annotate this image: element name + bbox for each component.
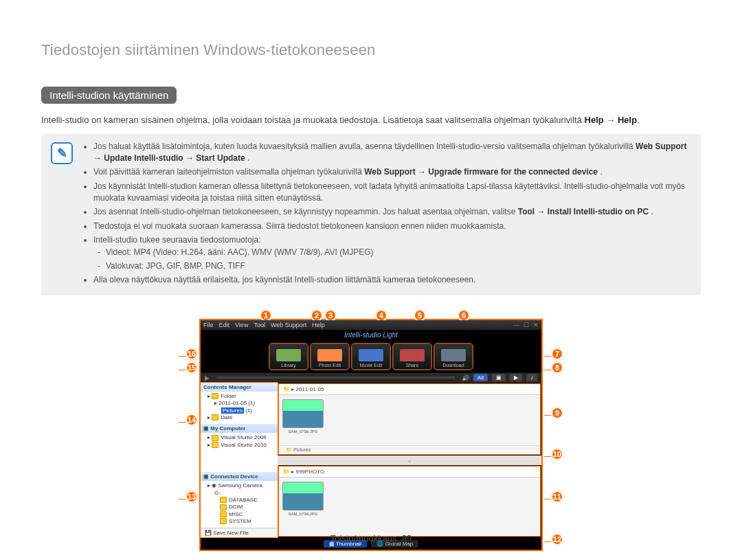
mode-share[interactable]: Share xyxy=(393,344,431,370)
tree-label: MISC xyxy=(229,511,243,517)
menu-help[interactable]: Help xyxy=(312,322,325,328)
note-text: Alla oleva näyttökuva näyttää erilaiselt… xyxy=(93,275,475,284)
content-crumb-top: 📁 ▸ 2011-01-05 xyxy=(279,384,540,395)
content-pane-bottom: 📁 ▸ 999PHOTO SAM_0736.JPG xyxy=(279,467,540,537)
callout-8: 8 xyxy=(551,361,563,374)
tree-folder-date[interactable]: ▸ 2011-01-05 (1) xyxy=(214,400,275,407)
maximize-icon[interactable]: ☐ xyxy=(524,322,529,328)
filter-photo-icon[interactable]: ▣ xyxy=(492,374,506,381)
content-crumb-bottom: 📁 ▸ 999PHOTO xyxy=(279,467,540,478)
tree-label: Pictures xyxy=(223,407,243,414)
tree-label: Date xyxy=(221,414,232,421)
note-box: ✎ Jos haluat käyttää lisätoimintoja, kut… xyxy=(41,134,701,295)
tree-label: Folder xyxy=(221,393,236,399)
thumbnail-card[interactable]: SAM_0736.JPG xyxy=(283,482,323,516)
tree-label: Samsung Camera xyxy=(218,482,262,489)
tree-vs2008[interactable]: ▸ Visual Studio 2008 xyxy=(207,434,275,441)
callout-7: 7 xyxy=(551,348,563,360)
content-sub-top: 📁 Pictures xyxy=(279,445,540,454)
filter-movie-icon[interactable]: ▶ xyxy=(510,374,522,381)
menu-view[interactable]: View xyxy=(235,322,248,328)
note-text: Voit päivittää kameran laiteohjelmiston … xyxy=(93,167,364,177)
left-callouts: 16 15 14 13 xyxy=(173,319,192,552)
sub-label: Pictures xyxy=(293,447,311,452)
tree-label: 2011-01-05 xyxy=(218,400,247,406)
tree-system[interactable]: SYSTEM xyxy=(220,518,275,525)
app-window: File Edit View Tool Web Support Help — ☐… xyxy=(199,319,543,552)
tree-misc[interactable]: MISC xyxy=(220,511,275,518)
note-text: Jos haluat käyttää lisätoimintoja, kuten… xyxy=(93,142,636,151)
callout-14: 14 xyxy=(186,414,198,426)
tree-vs2010[interactable]: ▸ Visual Studio 2010 xyxy=(207,442,275,449)
menu-file[interactable]: File xyxy=(203,322,214,328)
note-item: Intelli-studio tukee seuraavia tiedostom… xyxy=(93,234,691,272)
intro-help-1: Help xyxy=(585,115,604,125)
content-body-bottom[interactable]: SAM_0736.JPG xyxy=(279,478,540,537)
callout-9: 9 xyxy=(551,407,563,419)
close-icon[interactable]: ✕ xyxy=(533,322,539,328)
note-bold: Web Support → Upgrade firmware for the c… xyxy=(364,167,598,177)
tree-samsung-camera[interactable]: ▸ ◉ Samsung Camera xyxy=(207,482,275,489)
menu-edit[interactable]: Edit xyxy=(219,322,230,328)
tree-label: SYSTEM xyxy=(229,518,251,524)
note-text: Jos käynnistät Intelli-studion kameran o… xyxy=(93,181,685,203)
tree-count: (1) xyxy=(248,400,255,406)
thumbnail-image xyxy=(282,399,324,428)
tree-folder[interactable]: ▸ Folder xyxy=(207,393,275,400)
note-text: . xyxy=(651,207,653,216)
callout-16: 16 xyxy=(186,348,198,360)
filter-audio-icon[interactable]: ♪ xyxy=(526,374,537,381)
mode-label: Photo Edit xyxy=(319,363,341,368)
content-pane-top: 📁 ▸ 2011-01-05 SAM_0736.JPG 📁 Pictures xyxy=(279,384,540,454)
tree-count: (1) xyxy=(245,407,252,414)
page-footer: Toisto/muokkaus 89 xyxy=(0,533,742,544)
content-body-top[interactable]: SAM_0736.JPG xyxy=(279,395,540,445)
note-text: Tiedostoja ei voi muokata suoraan kamera… xyxy=(93,221,506,231)
menu-web-support[interactable]: Web Support xyxy=(271,322,306,328)
section-heading: Intelli-studion käyttäminen xyxy=(41,87,177,104)
right-callouts: 7 8 9 10 11 12 xyxy=(550,319,569,552)
tree-drive-g[interactable]: G: xyxy=(214,490,275,497)
top-callouts: 1 2 3 4 5 6 xyxy=(199,304,543,322)
tree-date[interactable]: ▸ Date xyxy=(207,414,275,421)
tree-pictures[interactable]: Pictures (1) xyxy=(221,407,275,414)
note-sub-list: Videot: MP4 (Video: H.264, ääni: AAC), W… xyxy=(106,247,691,273)
mode-row: Library Photo Edit Movie Edit Share Down… xyxy=(201,341,541,372)
my-computer-header[interactable]: ▣ My Computer xyxy=(201,424,278,433)
thumbnail-card[interactable]: SAM_0736.JPG xyxy=(283,399,323,434)
note-icon: ✎ xyxy=(51,142,73,164)
callout-15: 15 xyxy=(186,361,198,374)
note-item: Jos asennat Intelli-studio-ohjelman tiet… xyxy=(93,206,691,218)
mode-label: Download xyxy=(442,363,464,368)
note-item: Jos haluat käyttää lisätoimintoja, kuten… xyxy=(93,141,691,165)
progress-track[interactable] xyxy=(216,377,455,379)
mode-library[interactable]: Library xyxy=(269,344,308,370)
pane-divider[interactable]: ⌄ xyxy=(278,456,541,465)
menu-tool[interactable]: Tool xyxy=(254,322,265,328)
note-text: Jos asennat Intelli-studio-ohjelman tiet… xyxy=(93,207,518,216)
footer-section: Toisto/muokkaus xyxy=(330,533,397,544)
intro-help-2: Help xyxy=(618,115,637,125)
mode-download[interactable]: Download xyxy=(434,344,473,370)
play-icon[interactable]: ▶ xyxy=(205,374,210,381)
mode-label: Library xyxy=(281,363,295,368)
note-sub-item: Videot: MP4 (Video: H.264, ääni: AAC), W… xyxy=(106,247,691,258)
mode-photo-edit[interactable]: Photo Edit xyxy=(311,344,349,370)
mode-movie-edit[interactable]: Movie Edit xyxy=(352,344,390,370)
playback-bar[interactable]: ▶ 🔊 All ▣ ▶ ♪ xyxy=(201,372,541,383)
minimize-icon[interactable]: — xyxy=(513,322,519,328)
thumbnail-label: SAM_0736.JPG xyxy=(288,512,317,516)
crumb-label: 2011-01-05 xyxy=(295,386,324,392)
app-brand: Intelli-studio Light xyxy=(201,330,541,341)
volume-icon[interactable]: 🔊 xyxy=(462,374,469,381)
thumbnail-label: SAM_0736.JPG xyxy=(288,429,317,434)
connected-device-header: ▣ Connected Device xyxy=(201,472,278,481)
tree-database[interactable]: DATABASE xyxy=(220,497,275,504)
tree-label: Connected Device xyxy=(210,473,258,480)
sidebar[interactable]: Contents Manager ▸ Folder ▸ 2011-01-05 (… xyxy=(201,383,278,538)
note-sub-item: Valokuvat: JPG, GIF, BMP, PNG, TIFF xyxy=(106,260,691,272)
tree-dcim[interactable]: DCIM xyxy=(220,504,275,511)
menubar[interactable]: File Edit View Tool Web Support Help — ☐… xyxy=(201,320,541,330)
note-bold: Tool → Install Intelli-studio on PC xyxy=(518,207,649,216)
filter-all[interactable]: All xyxy=(473,374,488,381)
